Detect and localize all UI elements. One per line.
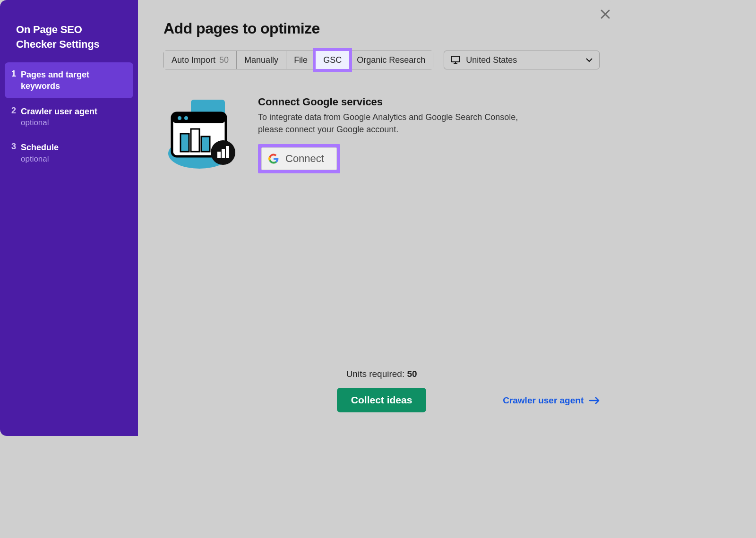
source-tabs: Auto Import 50 Manually File GSC Organic… bbox=[163, 51, 433, 69]
controls-row: Auto Import 50 Manually File GSC Organic… bbox=[163, 51, 600, 69]
connect-section: Connect Google services To integrate dat… bbox=[163, 96, 600, 173]
svg-rect-12 bbox=[222, 149, 225, 158]
step-number: 1 bbox=[11, 69, 21, 79]
tab-file[interactable]: File bbox=[286, 51, 316, 69]
step-pages-keywords[interactable]: 1 Pages and target keywords bbox=[5, 62, 133, 99]
next-step-label: Crawler user agent bbox=[503, 395, 584, 406]
svg-rect-7 bbox=[180, 134, 189, 152]
tab-auto-import[interactable]: Auto Import 50 bbox=[164, 51, 237, 69]
close-button[interactable] bbox=[598, 7, 613, 22]
connect-button-highlight: Connect bbox=[258, 144, 340, 173]
tab-gsc[interactable]: GSC bbox=[316, 51, 349, 69]
app-root: On Page SEO Checker Settings 1 Pages and… bbox=[0, 0, 613, 436]
close-icon bbox=[600, 9, 610, 19]
main-panel: Add pages to optimize Auto Import 50 Man… bbox=[138, 0, 613, 436]
country-select[interactable]: United States bbox=[444, 51, 600, 69]
sidebar-title: On Page SEO Checker Settings bbox=[5, 23, 133, 62]
tab-count: 50 bbox=[219, 55, 229, 65]
step-number: 3 bbox=[11, 142, 21, 152]
connect-text: Connect Google services To integrate dat… bbox=[258, 96, 523, 173]
connect-heading: Connect Google services bbox=[258, 96, 523, 108]
arrow-right-icon bbox=[589, 397, 600, 404]
svg-rect-13 bbox=[226, 146, 229, 158]
tab-label: Manually bbox=[244, 55, 278, 65]
connect-google-button[interactable]: Connect bbox=[261, 147, 337, 170]
svg-point-5 bbox=[178, 116, 181, 120]
step-label: Schedule bbox=[21, 142, 125, 153]
step-label: Crawler user agent bbox=[21, 106, 125, 117]
tab-label: File bbox=[294, 55, 308, 65]
chevron-down-icon bbox=[586, 58, 593, 62]
page-title: Add pages to optimize bbox=[163, 20, 600, 37]
units-label: Units required: bbox=[346, 369, 407, 379]
collect-ideas-button[interactable]: Collect ideas bbox=[337, 388, 427, 412]
step-sublabel: optional bbox=[21, 154, 125, 164]
country-label: United States bbox=[466, 55, 517, 65]
connect-description: To integrate data from Google Analytics … bbox=[258, 111, 523, 136]
tab-label: Auto Import bbox=[172, 55, 215, 65]
step-schedule[interactable]: 3 Schedule optional bbox=[5, 135, 133, 170]
sidebar-title-line2: Checker Settings bbox=[16, 38, 100, 50]
step-number: 2 bbox=[11, 106, 21, 116]
tab-manually[interactable]: Manually bbox=[237, 51, 286, 69]
desktop-icon bbox=[451, 56, 460, 64]
tab-label: Organic Research bbox=[357, 55, 425, 65]
svg-rect-0 bbox=[451, 56, 460, 62]
tab-organic-research[interactable]: Organic Research bbox=[349, 51, 433, 69]
settings-sidebar: On Page SEO Checker Settings 1 Pages and… bbox=[0, 0, 138, 436]
connect-button-label: Connect bbox=[285, 153, 324, 165]
svg-rect-8 bbox=[191, 129, 199, 152]
next-step-link[interactable]: Crawler user agent bbox=[503, 395, 600, 406]
svg-rect-11 bbox=[217, 152, 221, 158]
tab-label: GSC bbox=[323, 55, 342, 65]
step-label: Pages and target keywords bbox=[21, 69, 125, 92]
sidebar-title-line1: On Page SEO bbox=[16, 24, 82, 35]
units-value: 50 bbox=[407, 369, 417, 379]
step-crawler-user-agent[interactable]: 2 Crawler user agent optional bbox=[5, 99, 133, 134]
google-logo-icon bbox=[268, 154, 279, 164]
step-sublabel: optional bbox=[21, 118, 125, 128]
footer: Units required: 50 Collect ideas Crawler… bbox=[163, 369, 600, 422]
units-required: Units required: 50 bbox=[346, 369, 417, 379]
svg-point-6 bbox=[184, 116, 188, 120]
svg-rect-9 bbox=[201, 137, 210, 152]
analytics-illustration bbox=[163, 96, 244, 171]
